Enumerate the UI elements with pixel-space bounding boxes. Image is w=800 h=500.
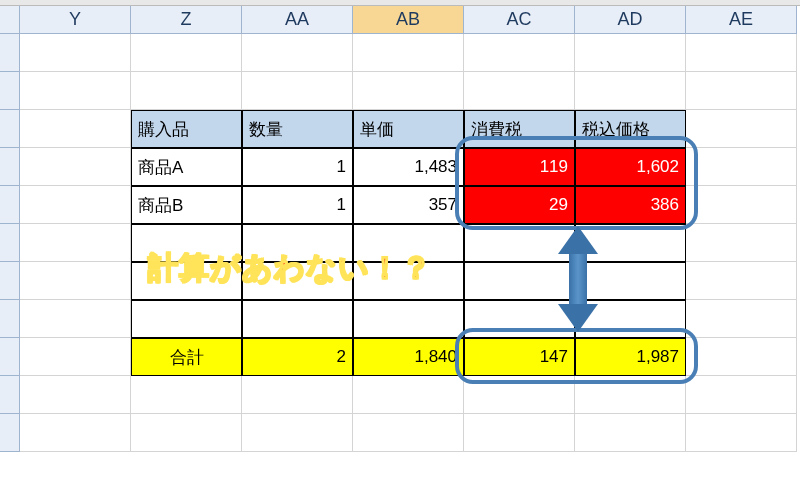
cell[interactable]	[353, 376, 464, 414]
row-header[interactable]	[0, 186, 20, 224]
cell[interactable]	[242, 72, 353, 110]
select-all-corner[interactable]	[0, 6, 20, 34]
column-header[interactable]: AE	[686, 6, 797, 34]
cell-total-label[interactable]: 合計	[131, 338, 242, 376]
cell-total-unitprice[interactable]: 1,840	[353, 338, 464, 376]
callout-red-cells	[455, 136, 698, 230]
grid-row	[0, 72, 800, 110]
cell[interactable]	[131, 34, 242, 72]
column-header[interactable]: Z	[131, 6, 242, 34]
cell[interactable]	[353, 300, 464, 338]
row-header[interactable]	[0, 34, 20, 72]
cell[interactable]	[686, 110, 797, 148]
column-header-selected[interactable]: AB	[353, 6, 464, 34]
cell-unitprice[interactable]: 1,483	[353, 148, 464, 186]
cell[interactable]	[20, 72, 131, 110]
cell-unitprice[interactable]: 357	[353, 186, 464, 224]
cell-qty[interactable]: 1	[242, 186, 353, 224]
column-header[interactable]: AD	[575, 6, 686, 34]
row-header[interactable]	[0, 110, 20, 148]
cell[interactable]	[575, 414, 686, 452]
cell[interactable]	[686, 376, 797, 414]
cell[interactable]	[686, 338, 797, 376]
cell[interactable]	[242, 414, 353, 452]
cell[interactable]	[20, 34, 131, 72]
double-arrow-icon	[558, 226, 598, 332]
cell[interactable]	[686, 34, 797, 72]
cell[interactable]	[353, 414, 464, 452]
cell[interactable]	[575, 72, 686, 110]
column-header[interactable]: AA	[242, 6, 353, 34]
cell[interactable]	[131, 72, 242, 110]
grid-row	[0, 414, 800, 452]
cell[interactable]	[20, 338, 131, 376]
cell[interactable]	[131, 376, 242, 414]
column-header[interactable]: AC	[464, 6, 575, 34]
cell[interactable]	[686, 262, 797, 300]
cell[interactable]	[464, 414, 575, 452]
cell[interactable]	[686, 414, 797, 452]
cell[interactable]	[20, 148, 131, 186]
table-header-unitprice[interactable]: 単価	[353, 110, 464, 148]
row-header[interactable]	[0, 224, 20, 262]
table-header-qty[interactable]: 数量	[242, 110, 353, 148]
cell[interactable]	[686, 148, 797, 186]
cell[interactable]	[20, 376, 131, 414]
cell[interactable]	[20, 414, 131, 452]
cell[interactable]	[20, 224, 131, 262]
row-header[interactable]	[0, 262, 20, 300]
column-header-row: Y Z AA AB AC AD AE	[0, 6, 800, 34]
cell[interactable]	[686, 186, 797, 224]
cell[interactable]	[131, 414, 242, 452]
cell-item[interactable]: 商品A	[131, 148, 242, 186]
row-header[interactable]	[0, 72, 20, 110]
cell[interactable]	[20, 110, 131, 148]
cell[interactable]	[464, 34, 575, 72]
grid-row	[0, 34, 800, 72]
column-header[interactable]: Y	[20, 6, 131, 34]
cell[interactable]	[686, 300, 797, 338]
cell-total-qty[interactable]: 2	[242, 338, 353, 376]
cell[interactable]	[242, 300, 353, 338]
callout-total-cells	[455, 328, 698, 384]
spreadsheet-viewport: Y Z AA AB AC AD AE 購入品 数量 単価 消費税 税込価格	[0, 0, 800, 500]
row-header[interactable]	[0, 414, 20, 452]
cell[interactable]	[20, 186, 131, 224]
row-header[interactable]	[0, 376, 20, 414]
annotation-text: 計算があわない！？	[148, 248, 432, 289]
cell[interactable]	[20, 262, 131, 300]
table-header-item[interactable]: 購入品	[131, 110, 242, 148]
cell[interactable]	[353, 34, 464, 72]
cell[interactable]	[686, 72, 797, 110]
cell[interactable]	[242, 376, 353, 414]
row-header[interactable]	[0, 148, 20, 186]
cell[interactable]	[686, 224, 797, 262]
cell[interactable]	[131, 300, 242, 338]
cell[interactable]	[20, 300, 131, 338]
row-header[interactable]	[0, 300, 20, 338]
cell[interactable]	[464, 72, 575, 110]
cell-qty[interactable]: 1	[242, 148, 353, 186]
cell[interactable]	[575, 34, 686, 72]
cell[interactable]	[242, 34, 353, 72]
cell[interactable]	[353, 72, 464, 110]
cell-item[interactable]: 商品B	[131, 186, 242, 224]
row-header[interactable]	[0, 338, 20, 376]
